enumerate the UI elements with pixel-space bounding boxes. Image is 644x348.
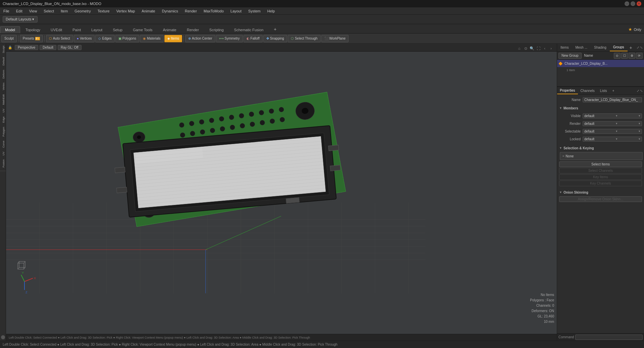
left-tab-fusion[interactable]: Fusion — [0, 157, 6, 169]
vp-icon-search[interactable]: 🔍 — [529, 45, 535, 51]
menu-geometry[interactable]: Geometry — [71, 7, 94, 14]
selectable-dropdown[interactable]: default ▾ — [583, 129, 642, 134]
il-icon4[interactable]: ⟳ — [636, 53, 643, 59]
menu-render[interactable]: Render — [181, 7, 200, 14]
right-collapse-icon[interactable]: ⤡ — [640, 46, 643, 49]
left-panel-icon[interactable] — [1, 335, 5, 339]
menu-texture[interactable]: Texture — [94, 7, 113, 14]
tab-uvedit[interactable]: UVEdit — [46, 26, 67, 33]
members-section-header[interactable]: ▼ Members — [559, 105, 642, 111]
vp-icon-expand[interactable]: ⛶ — [535, 45, 541, 51]
tab-topology[interactable]: Topology — [20, 26, 45, 33]
right-expand-icon[interactable]: ⤢ — [637, 46, 639, 49]
tab-paint[interactable]: Paint — [67, 26, 86, 33]
right-tab-shading[interactable]: Shading — [591, 44, 610, 51]
props-tab-channels[interactable]: Channels — [578, 87, 597, 94]
left-tab-polygon[interactable]: Polygon — [0, 125, 6, 139]
assign-onion-button[interactable]: Assign/Remove Onion Skinn... — [559, 196, 642, 202]
vp-icon-chevron[interactable]: ‹ — [542, 45, 548, 51]
item-list[interactable]: 🔶 Character_LCD_Display_B... 1 Item — [557, 60, 644, 87]
item-row-lcd[interactable]: 🔶 Character_LCD_Display_B... — [557, 60, 644, 67]
viewport[interactable]: 🔒 Perspective Default Ray GL: Off ⌂ ⊙ 🔍 … — [6, 44, 557, 341]
polygons-button[interactable]: ▣ Polygons — [115, 35, 139, 42]
props-tab-lists[interactable]: Lists — [597, 87, 610, 94]
visible-dropdown[interactable]: default ▾ — [583, 113, 642, 118]
vertices-button[interactable]: ● Vertices — [74, 35, 95, 42]
props-expand-icon[interactable]: ⤢ — [637, 89, 639, 93]
left-tab-curve[interactable]: Curve — [0, 139, 6, 150]
maximize-button[interactable]: □ — [631, 1, 635, 6]
left-tab-uv2[interactable]: UV — [0, 150, 6, 157]
key-channels-button[interactable]: Key Channels — [559, 181, 642, 186]
menu-edit[interactable]: Edit — [13, 7, 26, 14]
new-group-button[interactable]: New Group — [558, 53, 582, 59]
right-tab-groups[interactable]: Groups — [610, 44, 628, 51]
right-tab-add[interactable]: + — [628, 44, 634, 51]
tab-layout[interactable]: Layout — [86, 26, 107, 33]
props-tab-properties[interactable]: Properties — [557, 87, 578, 94]
left-tab-uv[interactable]: UV — [0, 107, 6, 114]
menu-dynamics[interactable]: Dynamics — [159, 7, 181, 14]
left-tab-vertex[interactable]: Vertex — [0, 81, 6, 92]
workplane-button[interactable]: ⬛ WorkPlane — [321, 35, 349, 42]
select-channels-button[interactable]: Select Channels — [559, 168, 642, 173]
tab-scripting[interactable]: Scripting — [204, 26, 229, 33]
snapping-button[interactable]: ✥ Snapping — [263, 35, 287, 42]
props-tab-add[interactable]: + — [609, 87, 617, 94]
tab-schematic-fusion[interactable]: Schematic Fusion — [229, 26, 268, 33]
tab-model[interactable]: Model — [0, 26, 20, 33]
presets-button[interactable]: Presets F↑ — [20, 35, 43, 42]
menu-item[interactable]: Item — [57, 7, 71, 14]
falloff-button[interactable]: ◐ Falloff — [244, 35, 263, 42]
viewport-content[interactable]: X Y Z — [6, 52, 557, 334]
il-icon1[interactable]: ⊙ — [614, 53, 621, 59]
menu-layout[interactable]: Layout — [227, 7, 245, 14]
vp-lock-icon[interactable]: 🔒 — [8, 46, 12, 49]
sel-keying-section-header[interactable]: ▼ Selection & Keying — [559, 145, 642, 151]
tab-render[interactable]: Render — [182, 26, 204, 33]
right-tab-items[interactable]: Items — [557, 44, 572, 51]
tab-add[interactable]: + — [269, 25, 281, 33]
left-tab-deform[interactable]: Deform — [0, 68, 6, 81]
default-button[interactable]: Default — [40, 45, 56, 50]
perspective-button[interactable]: Perspective — [15, 45, 38, 50]
key-items-button[interactable]: Key Items — [559, 174, 642, 180]
menu-view[interactable]: View — [26, 7, 41, 14]
locked-dropdown[interactable]: default ▾ — [583, 137, 642, 142]
il-icon3[interactable]: ⚙ — [629, 53, 635, 59]
menu-file[interactable]: File — [0, 7, 13, 14]
left-tab-edge[interactable]: Edge — [0, 114, 6, 125]
menu-select[interactable]: Select — [40, 7, 57, 14]
items-button[interactable]: ◈ Items — [164, 35, 182, 42]
right-tab-mesh[interactable]: Mesh ... — [572, 44, 591, 51]
menu-animate[interactable]: Animate — [138, 7, 158, 14]
close-button[interactable]: ✕ — [637, 1, 641, 6]
vp-icon-home[interactable]: ⌂ — [516, 45, 522, 51]
auto-select-button[interactable]: ⬡ Auto Select — [46, 35, 73, 42]
command-input[interactable] — [575, 335, 643, 340]
name-field[interactable] — [583, 97, 642, 102]
menu-help[interactable]: Help — [264, 7, 278, 14]
il-icon2[interactable]: ☐ — [621, 53, 628, 59]
tab-animate[interactable]: Animate — [158, 26, 181, 33]
props-collapse-icon[interactable]: ⤡ — [640, 89, 643, 93]
vp-icon-chevron2[interactable]: › — [548, 45, 554, 51]
onion-section-header[interactable]: ▼ Onion Skinning — [559, 189, 642, 196]
select-items-button[interactable]: Select Items — [559, 161, 642, 167]
layouts-dropdown[interactable]: Default Layouts ▾ — [3, 16, 38, 22]
sculpt-button[interactable]: Sculpt — [1, 35, 17, 42]
menu-vertex-map[interactable]: Vertex Map — [113, 7, 139, 14]
raygl-button[interactable]: Ray GL: Off — [58, 45, 82, 50]
menu-maxtomodo[interactable]: MaxToModo — [200, 7, 227, 14]
materials-button[interactable]: ◉ Materials — [140, 35, 164, 42]
edges-button[interactable]: ◇ Edges — [95, 35, 114, 42]
select-through-button[interactable]: ⬡ Select Through — [288, 35, 321, 42]
tab-game-tools[interactable]: Game Tools — [128, 26, 158, 33]
left-tab-sculpt[interactable]: Sculpt — [0, 44, 6, 55]
left-tab-default[interactable]: Default — [0, 55, 6, 67]
tab-setup[interactable]: Setup — [108, 26, 127, 33]
vp-icon-center[interactable]: ⊙ — [523, 45, 529, 51]
action-center-button[interactable]: ⊕ Action Center — [185, 35, 215, 42]
symmetry-button[interactable]: ⟺ Symmetry — [216, 35, 243, 42]
render-dropdown[interactable]: default ▾ — [583, 121, 642, 126]
